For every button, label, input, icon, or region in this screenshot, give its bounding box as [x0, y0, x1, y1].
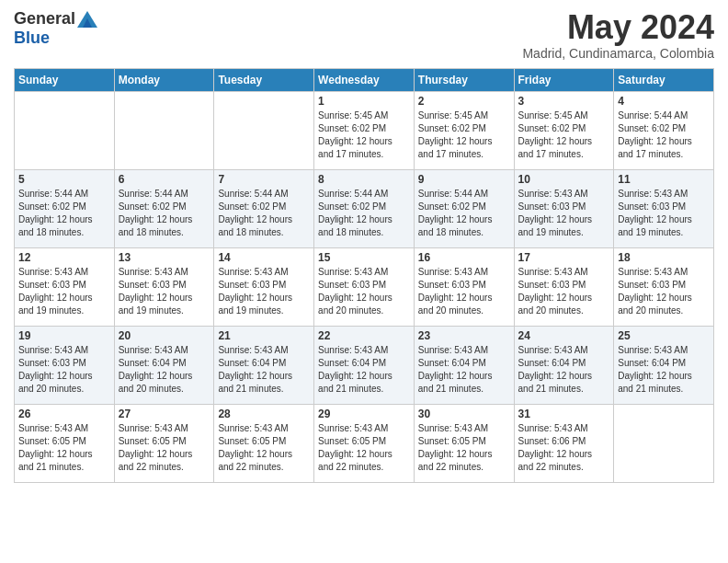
day-number: 26 — [18, 408, 110, 420]
table-row: 24Sunrise: 5:43 AM Sunset: 6:04 PM Dayli… — [514, 326, 614, 404]
day-info: Sunrise: 5:43 AM Sunset: 6:03 PM Dayligh… — [318, 266, 410, 317]
day-info: Sunrise: 5:43 AM Sunset: 6:03 PM Dayligh… — [218, 266, 310, 317]
day-info: Sunrise: 5:43 AM Sunset: 6:03 PM Dayligh… — [518, 188, 610, 239]
day-number: 1 — [318, 95, 410, 108]
day-info: Sunrise: 5:43 AM Sunset: 6:04 PM Dayligh… — [618, 344, 710, 396]
day-info: Sunrise: 5:43 AM Sunset: 6:05 PM Dayligh… — [119, 422, 210, 474]
table-row: 11Sunrise: 5:43 AM Sunset: 6:03 PM Dayli… — [614, 169, 714, 247]
table-row: 22Sunrise: 5:43 AM Sunset: 6:04 PM Dayli… — [314, 326, 415, 404]
table-row: 31Sunrise: 5:43 AM Sunset: 6:06 PM Dayli… — [514, 404, 614, 482]
day-info: Sunrise: 5:43 AM Sunset: 6:03 PM Dayligh… — [119, 266, 210, 317]
day-info: Sunrise: 5:43 AM Sunset: 6:03 PM Dayligh… — [18, 344, 110, 396]
table-row: 2Sunrise: 5:45 AM Sunset: 6:02 PM Daylig… — [414, 91, 514, 169]
day-number: 13 — [119, 251, 210, 264]
col-wednesday: Wednesday — [314, 68, 415, 91]
day-number: 27 — [119, 408, 210, 420]
calendar-table: Sunday Monday Tuesday Wednesday Thursday… — [14, 68, 714, 483]
day-info: Sunrise: 5:45 AM Sunset: 6:02 PM Dayligh… — [418, 109, 510, 161]
day-number: 30 — [418, 408, 510, 420]
logo-blue-text: Blue — [14, 29, 50, 48]
day-info: Sunrise: 5:43 AM Sunset: 6:06 PM Dayligh… — [518, 422, 610, 474]
day-number: 21 — [218, 329, 310, 342]
table-row: 27Sunrise: 5:43 AM Sunset: 6:05 PM Dayli… — [114, 404, 214, 482]
col-friday: Friday — [514, 68, 614, 91]
day-number: 20 — [119, 329, 210, 342]
day-number: 15 — [318, 251, 410, 264]
location-subtitle: Madrid, Cundinamarca, Colombia — [522, 46, 714, 61]
calendar-header-row: Sunday Monday Tuesday Wednesday Thursday… — [15, 68, 714, 91]
day-number: 3 — [518, 95, 610, 108]
day-info: Sunrise: 5:45 AM Sunset: 6:02 PM Dayligh… — [518, 109, 610, 161]
day-number: 29 — [318, 408, 410, 420]
day-info: Sunrise: 5:44 AM Sunset: 6:02 PM Dayligh… — [618, 109, 710, 161]
day-info: Sunrise: 5:43 AM Sunset: 6:03 PM Dayligh… — [518, 266, 610, 317]
table-row: 5Sunrise: 5:44 AM Sunset: 6:02 PM Daylig… — [15, 169, 115, 247]
logo-triangle-icon — [77, 11, 97, 28]
day-number: 2 — [418, 95, 510, 108]
table-row: 23Sunrise: 5:43 AM Sunset: 6:04 PM Dayli… — [414, 326, 514, 404]
day-number: 9 — [418, 173, 510, 186]
table-row: 19Sunrise: 5:43 AM Sunset: 6:03 PM Dayli… — [15, 326, 115, 404]
table-row: 12Sunrise: 5:43 AM Sunset: 6:03 PM Dayli… — [15, 247, 115, 326]
col-sunday: Sunday — [15, 68, 115, 91]
day-info: Sunrise: 5:43 AM Sunset: 6:03 PM Dayligh… — [418, 266, 510, 317]
page-container: General Blue May 2024 Madrid, Cundinamar… — [0, 0, 728, 497]
day-info: Sunrise: 5:43 AM Sunset: 6:04 PM Dayligh… — [518, 344, 610, 396]
day-info: Sunrise: 5:43 AM Sunset: 6:05 PM Dayligh… — [318, 422, 410, 474]
day-number: 18 — [618, 251, 710, 264]
calendar-week-row: 26Sunrise: 5:43 AM Sunset: 6:05 PM Dayli… — [15, 404, 714, 482]
table-row: 21Sunrise: 5:43 AM Sunset: 6:04 PM Dayli… — [214, 326, 314, 404]
day-number: 19 — [18, 329, 110, 342]
day-info: Sunrise: 5:43 AM Sunset: 6:04 PM Dayligh… — [318, 344, 410, 396]
table-row: 17Sunrise: 5:43 AM Sunset: 6:03 PM Dayli… — [514, 247, 614, 326]
day-number: 25 — [618, 329, 710, 342]
table-row: 3Sunrise: 5:45 AM Sunset: 6:02 PM Daylig… — [514, 91, 614, 169]
day-number: 16 — [418, 251, 510, 264]
table-row: 16Sunrise: 5:43 AM Sunset: 6:03 PM Dayli… — [414, 247, 514, 326]
day-info: Sunrise: 5:43 AM Sunset: 6:03 PM Dayligh… — [618, 188, 710, 239]
day-info: Sunrise: 5:44 AM Sunset: 6:02 PM Dayligh… — [318, 188, 410, 239]
day-number: 22 — [318, 329, 410, 342]
table-row: 26Sunrise: 5:43 AM Sunset: 6:05 PM Dayli… — [15, 404, 115, 482]
day-info: Sunrise: 5:44 AM Sunset: 6:02 PM Dayligh… — [418, 188, 510, 239]
table-row — [614, 404, 714, 482]
logo-general: General — [14, 9, 75, 29]
title-section: May 2024 Madrid, Cundinamarca, Colombia — [522, 9, 714, 61]
day-info: Sunrise: 5:43 AM Sunset: 6:05 PM Dayligh… — [18, 422, 110, 474]
table-row: 7Sunrise: 5:44 AM Sunset: 6:02 PM Daylig… — [214, 169, 314, 247]
day-info: Sunrise: 5:44 AM Sunset: 6:02 PM Dayligh… — [218, 188, 310, 239]
day-info: Sunrise: 5:43 AM Sunset: 6:05 PM Dayligh… — [218, 422, 310, 474]
col-thursday: Thursday — [414, 68, 514, 91]
table-row: 29Sunrise: 5:43 AM Sunset: 6:05 PM Dayli… — [314, 404, 415, 482]
table-row: 20Sunrise: 5:43 AM Sunset: 6:04 PM Dayli… — [114, 326, 214, 404]
header: General Blue May 2024 Madrid, Cundinamar… — [14, 9, 714, 61]
day-number: 31 — [518, 408, 610, 420]
table-row: 30Sunrise: 5:43 AM Sunset: 6:05 PM Dayli… — [414, 404, 514, 482]
month-year-title: May 2024 — [522, 9, 714, 46]
logo: General Blue — [14, 9, 97, 48]
calendar-week-row: 1Sunrise: 5:45 AM Sunset: 6:02 PM Daylig… — [15, 91, 714, 169]
day-info: Sunrise: 5:44 AM Sunset: 6:02 PM Dayligh… — [119, 188, 210, 239]
calendar-week-row: 12Sunrise: 5:43 AM Sunset: 6:03 PM Dayli… — [15, 247, 714, 326]
day-number: 24 — [518, 329, 610, 342]
table-row: 8Sunrise: 5:44 AM Sunset: 6:02 PM Daylig… — [314, 169, 415, 247]
table-row: 4Sunrise: 5:44 AM Sunset: 6:02 PM Daylig… — [614, 91, 714, 169]
col-monday: Monday — [114, 68, 214, 91]
day-info: Sunrise: 5:43 AM Sunset: 6:03 PM Dayligh… — [18, 266, 110, 317]
day-number: 6 — [119, 173, 210, 186]
day-number: 12 — [18, 251, 110, 264]
table-row: 25Sunrise: 5:43 AM Sunset: 6:04 PM Dayli… — [614, 326, 714, 404]
day-info: Sunrise: 5:43 AM Sunset: 6:04 PM Dayligh… — [218, 344, 310, 396]
table-row: 28Sunrise: 5:43 AM Sunset: 6:05 PM Dayli… — [214, 404, 314, 482]
day-number: 11 — [618, 173, 710, 186]
table-row: 15Sunrise: 5:43 AM Sunset: 6:03 PM Dayli… — [314, 247, 415, 326]
table-row: 10Sunrise: 5:43 AM Sunset: 6:03 PM Dayli… — [514, 169, 614, 247]
day-number: 10 — [518, 173, 610, 186]
table-row: 9Sunrise: 5:44 AM Sunset: 6:02 PM Daylig… — [414, 169, 514, 247]
day-info: Sunrise: 5:43 AM Sunset: 6:04 PM Dayligh… — [119, 344, 210, 396]
day-info: Sunrise: 5:43 AM Sunset: 6:03 PM Dayligh… — [618, 266, 710, 317]
day-number: 4 — [618, 95, 710, 108]
calendar-week-row: 19Sunrise: 5:43 AM Sunset: 6:03 PM Dayli… — [15, 326, 714, 404]
day-number: 5 — [18, 173, 110, 186]
day-number: 7 — [218, 173, 310, 186]
